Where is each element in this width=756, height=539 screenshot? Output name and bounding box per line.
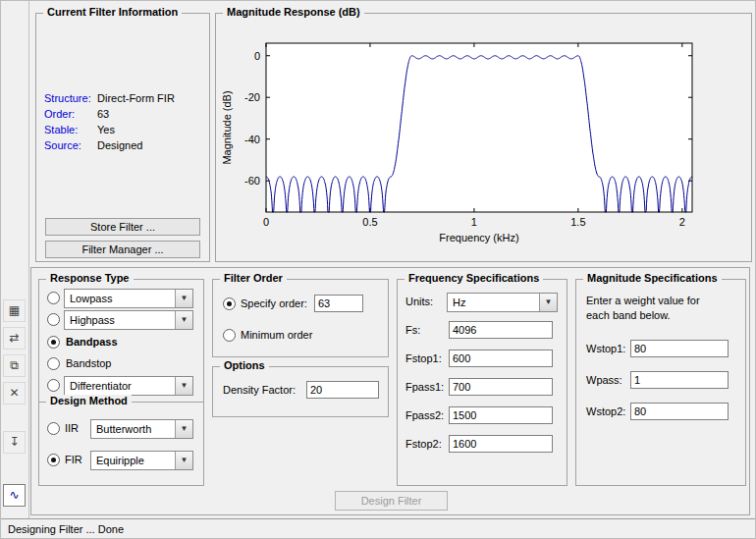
filter-order-panel: Filter Order Specify order: Minimum orde… (212, 279, 389, 357)
wpass-label: Wpass: (586, 374, 622, 386)
highpass-select[interactable]: Highpass ▼ (64, 310, 193, 330)
sidebar-design-filter-button[interactable]: ∿ (3, 484, 26, 507)
highpass-radio[interactable] (47, 313, 60, 326)
wpass-input[interactable] (630, 371, 729, 389)
bandstop-label: Bandstop (66, 357, 111, 369)
transform-filter-icon: ⇄ (9, 331, 19, 345)
fstop2-label: Fstop2: (405, 438, 442, 450)
status-text: Designing Filter ... Done (8, 523, 124, 535)
bandstop-radio[interactable] (47, 357, 60, 370)
magnitude-response-panel: Magnitude Response (dB) 00.511.520-20-40… (215, 13, 752, 262)
lowpass-select-value: Lowpass (70, 293, 112, 304)
svg-text:0: 0 (254, 50, 260, 62)
wstop1-label: Wstop1: (586, 343, 625, 354)
specify-order-input[interactable] (314, 295, 363, 312)
chevron-down-icon: ▼ (175, 452, 192, 469)
differentiator-radio[interactable] (47, 379, 60, 392)
units-select[interactable]: Hz ▼ (447, 293, 558, 312)
iir-radio[interactable] (47, 422, 60, 435)
status-bar: Designing Filter ... Done (1, 518, 756, 539)
chevron-down-icon: ▼ (175, 311, 192, 329)
response-type-title: Response Type (46, 272, 134, 284)
filter-designer-window: ▦ ⇄ ⧉ ✕ ↧ ∿ Current Filter Information S… (0, 0, 756, 539)
svg-text:Frequency (kHz): Frequency (kHz) (439, 232, 518, 243)
fir-label: FIR (65, 454, 82, 465)
source-label: Source: (44, 139, 81, 151)
current-filter-info-panel: Current Filter Information Structure: Di… (35, 13, 210, 262)
svg-text:1: 1 (471, 216, 477, 228)
fs-input[interactable] (449, 321, 553, 339)
fpass1-input[interactable] (449, 378, 553, 396)
fir-radio[interactable] (47, 454, 60, 466)
fstop2-input[interactable] (449, 435, 553, 453)
density-factor-label: Density Factor: (223, 384, 296, 396)
structure-label: Structure: (44, 92, 91, 104)
weight-note: Enter a weight value for each band below… (586, 294, 722, 323)
filter-manager-button[interactable]: Filter Manager ... (45, 241, 200, 258)
bandpass-label: Bandpass (66, 336, 118, 348)
order-label: Order: (44, 108, 75, 120)
design-method-title: Design Method (46, 395, 132, 406)
store-filter-button[interactable]: Store Filter ... (45, 218, 200, 236)
magnitude-response-chart: 00.511.520-20-40-60Frequency (kHz)Magnit… (219, 26, 747, 257)
design-filter-button[interactable]: Design Filter (335, 491, 448, 511)
svg-text:-20: -20 (244, 91, 260, 103)
magnitude-response-title: Magnitude Response (dB) (223, 6, 364, 18)
sidebar-transform-filter-button[interactable]: ⇄ (3, 327, 26, 350)
lowpass-radio[interactable] (47, 292, 60, 304)
wstop2-input[interactable] (630, 403, 729, 420)
svg-text:0: 0 (263, 216, 269, 228)
sidebar-pole-zero-editor-button[interactable]: ✕ (3, 382, 26, 404)
frequency-specs-title: Frequency Specifications (405, 272, 543, 284)
units-select-value: Hz (453, 296, 465, 308)
specify-order-radio[interactable] (223, 297, 236, 310)
pole-zero-icon: ✕ (9, 386, 19, 400)
stable-value: Yes (97, 124, 115, 135)
iir-method-select[interactable]: Butterworth ▼ (90, 419, 193, 439)
svg-text:-40: -40 (244, 134, 260, 145)
sidebar-multirate-button[interactable]: ⧉ (3, 354, 26, 377)
svg-text:0.5: 0.5 (362, 216, 377, 228)
chevron-down-icon: ▼ (175, 290, 192, 307)
magnitude-specs-title: Magnitude Specifications (583, 272, 722, 284)
highpass-select-value: Highpass (70, 314, 115, 326)
fstop1-input[interactable] (449, 350, 553, 367)
chevron-down-icon: ▼ (539, 294, 557, 311)
sidebar-import-filter-button[interactable]: ↧ (3, 431, 26, 454)
order-value: 63 (97, 108, 109, 120)
differentiator-select[interactable]: Differentiator ▼ (64, 376, 193, 396)
iir-label: IIR (65, 422, 79, 434)
fstop1-label: Fstop1: (405, 352, 442, 364)
density-factor-input[interactable] (306, 381, 379, 399)
response-type-panel: Response Type Lowpass ▼ Highpass ▼ Bandp… (38, 279, 204, 403)
units-label: Units: (405, 296, 433, 307)
iir-method-value: Butterworth (96, 423, 151, 435)
fs-label: Fs: (405, 324, 420, 336)
import-filter-icon: ↧ (9, 435, 19, 449)
filter-order-title: Filter Order (220, 272, 287, 284)
chevron-down-icon: ▼ (175, 420, 192, 438)
fpass1-label: Fpass1: (405, 381, 444, 393)
sidebar-set-quantization-button[interactable]: ▦ (3, 299, 26, 322)
fir-method-select[interactable]: Equiripple ▼ (90, 451, 193, 470)
wstop1-input[interactable] (630, 340, 729, 357)
sidebar-toolbar: ▦ ⇄ ⧉ ✕ ↧ ∿ (1, 1, 29, 518)
design-method-panel: Design Method IIR Butterworth ▼ FIR Equi… (38, 402, 204, 486)
svg-text:-60: -60 (244, 175, 260, 187)
magnitude-specs-panel: Magnitude Specifications Enter a weight … (575, 279, 746, 486)
frequency-specs-panel: Frequency Specifications Units: Hz ▼ Fs:… (397, 279, 567, 486)
lowpass-select[interactable]: Lowpass ▼ (64, 289, 193, 308)
minimum-order-radio[interactable] (223, 329, 236, 342)
options-panel: Options Density Factor: (212, 366, 389, 417)
fpass2-label: Fpass2: (405, 409, 444, 421)
specify-order-label: Specify order: (241, 297, 307, 309)
fir-method-value: Equiripple (96, 455, 144, 466)
bandpass-radio[interactable] (47, 336, 60, 349)
options-title: Options (220, 359, 269, 371)
fpass2-input[interactable] (449, 406, 553, 424)
multirate-icon: ⧉ (10, 358, 19, 372)
svg-text:2: 2 (679, 216, 685, 228)
chevron-down-icon: ▼ (175, 377, 192, 395)
svg-text:Magnitude (dB): Magnitude (dB) (221, 90, 233, 164)
quantization-icon: ▦ (9, 303, 20, 317)
